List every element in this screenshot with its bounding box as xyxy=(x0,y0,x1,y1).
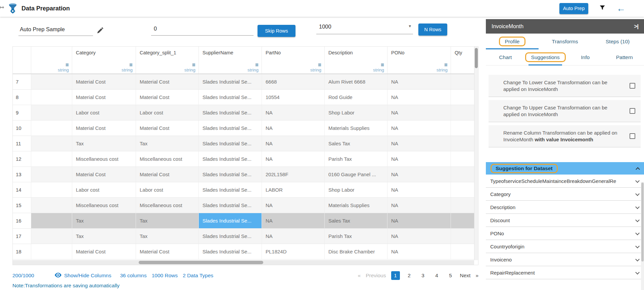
table-row[interactable]: 16TaxTaxSlades Industrial Se...NASales T… xyxy=(13,213,475,229)
table-cell[interactable]: Shop Labor xyxy=(325,105,387,120)
column-menu-icon[interactable]: ≡ xyxy=(58,62,69,67)
table-cell[interactable]: Slades Industrial Se... xyxy=(199,244,262,259)
column-header-Description[interactable]: Description≡string xyxy=(325,47,387,74)
table-cell[interactable] xyxy=(31,74,72,89)
vertical-scrollbar[interactable] xyxy=(474,47,478,260)
table-cell[interactable]: Material Cost xyxy=(72,90,136,105)
table-cell[interactable] xyxy=(451,105,475,120)
table-cell[interactable]: 10554 xyxy=(262,90,325,105)
table-cell[interactable]: Disc Brake Chamber xyxy=(325,244,387,259)
table-cell[interactable]: NA xyxy=(387,105,451,120)
next-page-button[interactable]: Next xyxy=(460,273,471,279)
table-row[interactable]: 9Labor costLabor costSlades Industrial S… xyxy=(13,105,475,120)
table-row[interactable]: 15Miscellaneous costMiscellaneous costSl… xyxy=(13,198,475,213)
table-cell[interactable]: NA xyxy=(387,229,451,244)
table-cell[interactable]: Tax xyxy=(136,136,199,151)
table-cell[interactable] xyxy=(31,151,72,166)
table-cell[interactable]: Slades Industrial Se... xyxy=(199,105,262,120)
table-cell[interactable]: Miscellaneous cost xyxy=(136,151,199,166)
table-cell[interactable]: Materials Supplies xyxy=(325,198,387,213)
table-cell[interactable]: NA xyxy=(387,120,451,136)
column-header-Category[interactable]: Category≡string xyxy=(72,47,136,74)
table-cell[interactable]: Material Cost xyxy=(72,74,136,89)
tab-profile[interactable]: Profile xyxy=(486,39,539,45)
table-row[interactable]: 13Material CostMaterial CostSlades Indus… xyxy=(13,167,475,182)
subtab-suggestions[interactable]: Suggestions xyxy=(525,54,566,60)
table-cell[interactable]: Tax xyxy=(136,213,199,228)
page-button-5[interactable]: 5 xyxy=(446,271,455,280)
column-menu-icon[interactable]: ≡ xyxy=(184,62,195,67)
subtab-info[interactable]: Info xyxy=(566,54,605,60)
table-cell[interactable] xyxy=(451,167,475,182)
table-cell[interactable]: NA xyxy=(262,105,325,120)
suggestion-for-dataset-header[interactable]: Suggestion for Dataset xyxy=(486,162,644,175)
table-cell[interactable]: PL1824D xyxy=(262,244,325,259)
table-cell[interactable]: Tax xyxy=(72,213,136,228)
column-header-Qty[interactable]: Qty≡string xyxy=(451,47,475,74)
dataset-item-Countryoforigin[interactable]: Countryoforigin xyxy=(486,240,644,253)
table-cell[interactable]: NA xyxy=(262,151,325,166)
table-cell[interactable] xyxy=(451,198,475,213)
column-header-Category_split_1[interactable]: Category_split_1≡string xyxy=(136,47,199,74)
table-cell[interactable]: Material Cost xyxy=(72,244,136,259)
table-cell[interactable]: Tax xyxy=(72,136,136,151)
table-cell[interactable] xyxy=(31,167,72,182)
table-cell[interactable] xyxy=(451,244,475,259)
table-cell[interactable]: Labor cost xyxy=(136,105,199,120)
table-cell[interactable]: Material Cost xyxy=(72,120,136,136)
column-header-unnamed[interactable]: ≡string xyxy=(31,47,72,74)
table-cell[interactable]: Material Cost xyxy=(136,167,199,182)
suggestion-checkbox[interactable] xyxy=(630,133,635,139)
panel-scrollbar[interactable] xyxy=(641,182,644,290)
collapse-panel-icon[interactable]: >| xyxy=(634,23,638,30)
column-menu-icon[interactable]: ≡ xyxy=(373,62,384,67)
table-cell[interactable] xyxy=(31,198,72,213)
table-cell[interactable]: Miscellaneous cost xyxy=(72,151,136,166)
table-cell[interactable]: 0160 Gauge Panel ... xyxy=(325,167,387,182)
previous-page-symbol[interactable]: « xyxy=(358,273,361,279)
table-cell[interactable]: NA xyxy=(262,136,325,151)
tab-transforms[interactable]: Transforms xyxy=(539,39,591,45)
edit-pencil-icon[interactable] xyxy=(96,27,104,36)
dataset-item-Description[interactable]: Description xyxy=(486,201,644,214)
column-menu-icon[interactable]: ≡ xyxy=(310,62,321,67)
dataset-item-Invoiceno[interactable]: Invoiceno xyxy=(486,253,644,266)
vertical-scrollbar-thumb[interactable] xyxy=(475,48,478,68)
table-cell[interactable]: Labor cost xyxy=(136,182,199,197)
column-header-PartNo[interactable]: PartNo≡string xyxy=(262,47,325,74)
table-cell[interactable]: Slades Industrial Se... xyxy=(199,198,262,213)
table-cell[interactable] xyxy=(31,105,72,120)
table-cell[interactable]: Miscellaneous cost xyxy=(136,198,199,213)
table-cell[interactable]: Labor cost xyxy=(72,182,136,197)
table-cell[interactable]: NA xyxy=(262,229,325,244)
table-cell[interactable]: Alum Rivet 6668 xyxy=(325,74,387,89)
page-button-4[interactable]: 4 xyxy=(432,271,441,280)
previous-page-button[interactable]: Previous xyxy=(366,273,386,279)
table-cell[interactable] xyxy=(31,229,72,244)
page-button-3[interactable]: 3 xyxy=(419,271,427,280)
table-cell[interactable]: Slades Industrial Se... xyxy=(199,151,262,166)
page-button-2[interactable]: 2 xyxy=(405,271,414,280)
table-cell[interactable] xyxy=(451,136,475,151)
table-cell[interactable]: Material Cost xyxy=(136,120,199,136)
column-header-PONo[interactable]: PONo≡string xyxy=(387,47,451,74)
table-cell[interactable]: Slades Industrial Se... xyxy=(199,90,262,105)
table-row[interactable]: 14Labor costLabor costSlades Industrial … xyxy=(13,182,475,198)
table-cell[interactable] xyxy=(451,229,475,244)
panel-scrollbar-thumb[interactable] xyxy=(641,183,644,261)
table-cell[interactable]: Slades Industrial Se... xyxy=(199,136,262,151)
skip-rows-button[interactable]: Skip Rows xyxy=(258,25,295,37)
table-cell[interactable]: Sales Tax xyxy=(325,213,387,228)
table-cell[interactable]: Miscellaneous cost xyxy=(72,198,136,213)
table-cell[interactable]: Material Cost xyxy=(136,90,199,105)
table-row[interactable]: 11TaxTaxSlades Industrial Se...NASales T… xyxy=(13,136,475,151)
table-row[interactable]: 17TaxTaxSlades Industrial Se...NAParish … xyxy=(13,229,475,244)
table-cell[interactable] xyxy=(451,182,475,197)
table-cell[interactable]: Slades Industrial Se... xyxy=(199,229,262,244)
column-menu-icon[interactable]: ≡ xyxy=(247,62,259,67)
table-cell[interactable] xyxy=(31,120,72,136)
table-row[interactable]: 8Material CostMaterial CostSlades Indust… xyxy=(13,90,475,105)
table-cell[interactable]: NA xyxy=(262,213,325,228)
table-cell[interactable]: Labor cost xyxy=(72,105,136,120)
auto-prep-button[interactable]: Auto Prep xyxy=(559,3,588,14)
